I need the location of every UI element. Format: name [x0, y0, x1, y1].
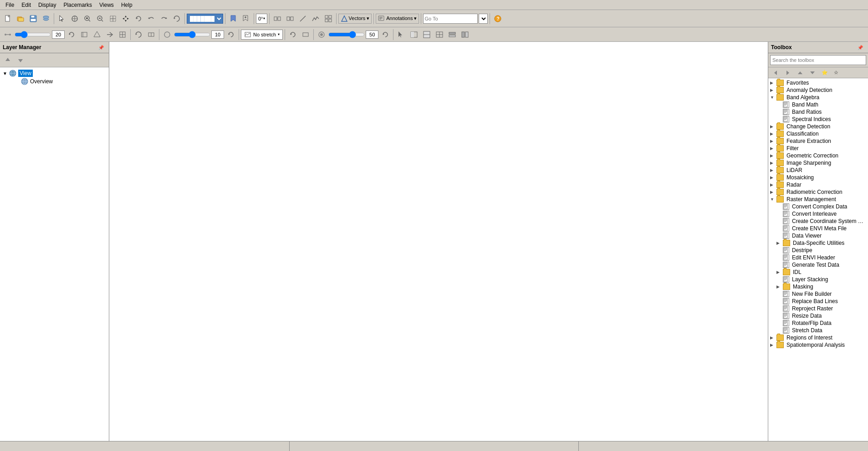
toolbox-item-feature_extraction[interactable]: ▶ Feature Extraction: [769, 137, 867, 145]
toolbox-item-spatiotemporal[interactable]: ▶ Spatiotemporal Analysis: [769, 341, 867, 349]
help-button[interactable]: ?: [492, 13, 504, 25]
toolbox-item-favorites[interactable]: ▶ Favorites: [769, 79, 867, 86]
rotate-button[interactable]: [133, 13, 144, 25]
pan-button[interactable]: [120, 13, 132, 25]
tb2-lr-button[interactable]: [459, 29, 471, 41]
goto-dropdown[interactable]: ▾: [479, 14, 488, 24]
layer-view-toggle[interactable]: ▼: [3, 71, 8, 76]
toggle-filter[interactable]: ▶: [770, 146, 776, 151]
tb2-btn8[interactable]: [145, 29, 157, 41]
goto-input[interactable]: [423, 14, 478, 24]
toolbox-forward-button[interactable]: [782, 69, 793, 77]
toolbox-item-convert_interleave[interactable]: Convert Interleave: [769, 210, 867, 218]
toolbox-item-geometric_correction[interactable]: ▶ Geometric Correction: [769, 152, 867, 159]
map-view[interactable]: [109, 42, 768, 441]
toolbox-item-edit_envi_header[interactable]: Edit ENVI Header: [769, 254, 867, 261]
profile-button[interactable]: [310, 13, 322, 25]
toolbox-item-filter[interactable]: ▶ Filter: [769, 145, 867, 152]
toolbox-item-convert_complex[interactable]: Convert Complex Data: [769, 203, 867, 210]
toolbox-item-radiometric_correction[interactable]: ▶ Radiometric Correction: [769, 188, 867, 196]
toggle-image_sharpening[interactable]: ▶: [770, 161, 776, 165]
stretch-dropdown[interactable]: No stretch ▾: [241, 30, 283, 40]
brightness-slider[interactable]: [15, 31, 51, 38]
toggle-raster_management[interactable]: ▼: [770, 197, 776, 202]
toolbox-item-rotate_flip[interactable]: Rotate/Flip Data: [769, 319, 867, 327]
pointer-button[interactable]: [56, 13, 68, 25]
toolbox-item-replace_bad_lines[interactable]: Replace Bad Lines: [769, 298, 867, 305]
toolbox-item-mosaicking[interactable]: ▶ Mosaicking: [769, 174, 867, 181]
toolbox-item-new_file_builder[interactable]: New File Builder: [769, 290, 867, 298]
redo-button[interactable]: [158, 13, 170, 25]
measure-button[interactable]: [297, 13, 309, 25]
toggle-radiometric_correction[interactable]: ▶: [770, 190, 776, 194]
tb2-btn9[interactable]: [300, 29, 311, 41]
toolbox-item-create_envi_meta[interactable]: Create ENVI Meta File: [769, 225, 867, 232]
menu-help[interactable]: Help: [117, 1, 136, 9]
toolbox-item-data_viewer[interactable]: Data Viewer: [769, 232, 867, 239]
toolbox-item-idl[interactable]: ▶ IDL: [769, 269, 867, 276]
toolbox-item-change_detection[interactable]: ▶ Change Detection: [769, 123, 867, 130]
toolbox-item-layer_stacking[interactable]: Layer Stacking: [769, 276, 867, 283]
toolbox-item-image_sharpening[interactable]: ▶ Image Sharpening: [769, 159, 867, 167]
grid-button[interactable]: [322, 13, 334, 25]
toolbox-item-stretch_data[interactable]: Stretch Data: [769, 327, 867, 334]
toolbox-item-create_coordinate[interactable]: Create Coordinate System St...: [769, 218, 867, 225]
zoom-in-button[interactable]: [82, 13, 93, 25]
toggle-mosaicking[interactable]: ▶: [770, 175, 776, 180]
toolbox-item-raster_management[interactable]: ▼ Raster Management: [769, 196, 867, 203]
toggle-anomaly[interactable]: ▶: [770, 88, 776, 92]
layer-up-button[interactable]: [2, 54, 14, 66]
tb2-refresh4[interactable]: [379, 29, 391, 41]
toggle-favorites[interactable]: ▶: [770, 81, 776, 85]
toolbox-item-spectral_indices[interactable]: Spectral Indices: [769, 116, 867, 123]
toggle-radar[interactable]: ▶: [770, 182, 776, 187]
bookmark-add-button[interactable]: [240, 13, 252, 25]
toolbox-item-generate_test[interactable]: Generate Test Data: [769, 261, 867, 269]
refresh-button[interactable]: [171, 13, 183, 25]
layer-tree-item-overview[interactable]: ▶ Overview: [2, 77, 107, 86]
bookmark-button[interactable]: [227, 13, 239, 25]
layer-manager-pin[interactable]: 📌: [96, 43, 106, 51]
toolbox-item-classification[interactable]: ▶ Classification: [769, 130, 867, 137]
toolbox-item-destripe[interactable]: Destripe: [769, 247, 867, 254]
toolbox-up-button[interactable]: [795, 69, 806, 77]
toggle-feature_extraction[interactable]: ▶: [770, 139, 776, 143]
toggle-regions_of_interest[interactable]: ▶: [770, 335, 776, 340]
tb2-refresh2[interactable]: [225, 29, 237, 41]
angle-dropdown[interactable]: 0° 0° ▾: [256, 14, 267, 24]
toggle-idl[interactable]: ▶: [776, 270, 783, 274]
toggle-classification[interactable]: ▶: [770, 132, 776, 136]
zoom-home-button[interactable]: [69, 13, 81, 25]
sync-button[interactable]: [284, 13, 296, 25]
toolbox-item-masking[interactable]: ▶ Masking: [769, 283, 867, 290]
toolbox-pin[interactable]: 📌: [855, 43, 865, 51]
zoom-out-button[interactable]: [94, 13, 106, 25]
toolbox-item-band_algebra[interactable]: ▼ Band Algebra: [769, 94, 867, 101]
tb2-refresh1[interactable]: [66, 29, 77, 41]
tb2-tb-button[interactable]: [446, 29, 458, 41]
toggle-masking[interactable]: ▶: [776, 284, 783, 289]
tb2-btn6[interactable]: [117, 29, 128, 41]
toggle-lidar[interactable]: ▶: [770, 168, 776, 172]
tb2-link-button[interactable]: [434, 29, 445, 41]
tb2-circle1[interactable]: [161, 29, 173, 41]
menu-placemarks[interactable]: Placemarks: [60, 1, 96, 9]
tb2-full-button[interactable]: [421, 29, 433, 41]
toolbox-star-button[interactable]: ⭐: [819, 69, 830, 77]
data-manager-button[interactable]: [40, 13, 52, 25]
zoom-region-button[interactable]: [107, 13, 119, 25]
vectors-dropdown[interactable]: Vectors ▾: [338, 14, 372, 24]
tb2-btn3[interactable]: [78, 29, 90, 41]
toolbox-item-data_specific[interactable]: ▶ Data-Specific Utilities: [769, 239, 867, 247]
toolbox-item-resize_data[interactable]: Resize Data: [769, 312, 867, 319]
toolbox-item-regions_of_interest[interactable]: ▶ Regions of Interest: [769, 334, 867, 341]
toolbox-down-button[interactable]: [807, 69, 818, 77]
toggle-geometric_correction[interactable]: ▶: [770, 153, 776, 158]
toggle-spatiotemporal[interactable]: ▶: [770, 343, 776, 347]
toggle-data_specific[interactable]: ▶: [776, 241, 783, 245]
tb2-cursor-button[interactable]: [395, 29, 407, 41]
toolbox-search-input[interactable]: [770, 55, 866, 65]
toggle-band_algebra[interactable]: ▼: [770, 95, 776, 100]
toolbox-item-lidar[interactable]: ▶ LiDAR: [769, 167, 867, 174]
layer-tree-item-view[interactable]: ▼ View: [2, 69, 107, 77]
